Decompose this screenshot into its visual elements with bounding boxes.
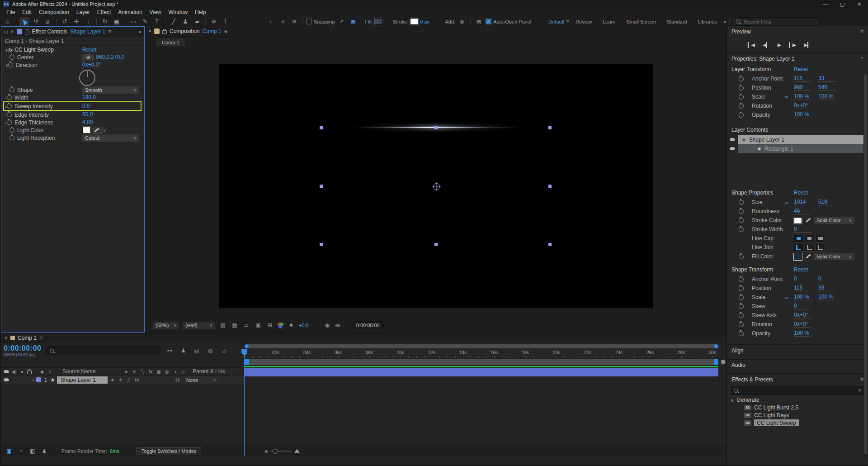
position-y-value[interactable]: 540 xyxy=(818,85,835,91)
workspace-menu-icon[interactable] xyxy=(566,19,569,25)
generate-category-row[interactable]: Generate xyxy=(727,396,868,404)
stopwatch-icon[interactable] xyxy=(739,322,744,327)
stopwatch-icon[interactable] xyxy=(739,313,744,318)
brush-tool-icon[interactable]: ╱ xyxy=(169,17,179,26)
world-axis-mode-icon[interactable]: ⊿ xyxy=(278,17,288,26)
next-frame-button[interactable]: ▎▶ xyxy=(789,42,796,48)
menu-help[interactable]: Help xyxy=(191,9,210,15)
direction-dial[interactable] xyxy=(79,70,95,86)
size-w-value[interactable]: 1014 xyxy=(794,199,811,205)
width-value[interactable]: 180,0 xyxy=(82,95,96,100)
show-snapshot-icon[interactable] xyxy=(335,324,340,327)
stopwatch-icon[interactable] xyxy=(7,104,12,109)
parent-link-dropdown[interactable]: None xyxy=(183,376,220,383)
magnification-dropdown[interactable]: (50%) xyxy=(153,322,179,329)
stopwatch-icon[interactable] xyxy=(7,112,12,117)
line-join-round-button[interactable] xyxy=(805,244,814,252)
graph-editor-icon[interactable]: ⊿ xyxy=(219,347,228,354)
effect-header-row[interactable]: fx CC Light Sweep Reset xyxy=(1,46,144,53)
dolly-camera-tool-icon[interactable]: ↕ xyxy=(83,17,93,26)
timeline-search-input[interactable] xyxy=(57,347,144,355)
menu-view[interactable]: View xyxy=(146,9,165,15)
stopwatch-icon[interactable] xyxy=(739,277,744,282)
properties-menu-icon[interactable] xyxy=(860,56,863,62)
snap-frame-icon[interactable]: ▦ xyxy=(349,17,359,26)
scale-y-value[interactable]: 100 % xyxy=(818,94,835,100)
effect-name[interactable]: CC Light Sweep xyxy=(14,47,54,53)
workspace-small-screen[interactable]: Small Screen xyxy=(622,19,660,24)
properties-panel-header[interactable]: Properties: Shape Layer 1 xyxy=(727,52,868,64)
resolution-dropdown[interactable]: (Half) xyxy=(183,322,215,329)
panel-bin-icon[interactable]: ▤ xyxy=(474,17,484,26)
switches-icon[interactable]: ◧ xyxy=(28,448,37,454)
handle-mid-left[interactable] xyxy=(320,185,323,188)
project-tab-truncated[interactable]: ct xyxy=(4,29,8,34)
stopwatch-icon[interactable] xyxy=(7,95,12,100)
viewer-tab-comp1[interactable]: Comp 1 xyxy=(156,38,185,46)
opacity-value[interactable]: 100 % xyxy=(794,112,811,118)
line-cap-round-button[interactable] xyxy=(794,235,803,243)
channel-color-icon[interactable] xyxy=(278,323,283,328)
light-reception-dropdown[interactable]: Cutout xyxy=(82,134,139,142)
layer-transform-reset[interactable]: Reset xyxy=(794,66,808,72)
fill-color-swatch[interactable] xyxy=(794,253,802,260)
layer-name[interactable]: Shape Layer 1 xyxy=(57,376,108,384)
menu-file[interactable]: File xyxy=(3,9,19,15)
anchor-y-value[interactable]: 33 xyxy=(818,76,835,82)
layer-label-color[interactable] xyxy=(36,377,41,382)
stopwatch-icon[interactable] xyxy=(9,87,14,92)
menu-effect[interactable]: Effect xyxy=(94,9,114,15)
stopwatch-icon[interactable] xyxy=(739,286,744,291)
expand-layer-icon[interactable] xyxy=(33,377,34,383)
line-cap-butt-button[interactable] xyxy=(805,235,814,243)
motion-blur-icon[interactable]: ◍ xyxy=(206,347,215,354)
stroke-mode-dropdown[interactable]: Solid Color xyxy=(814,217,854,224)
eyedropper-icon[interactable] xyxy=(805,253,811,260)
fill-color-swatch[interactable] xyxy=(375,18,383,25)
panel-menu-icon[interactable] xyxy=(39,335,42,341)
light-color-eyedropper[interactable] xyxy=(92,127,103,134)
st-scale-y[interactable]: 100 % xyxy=(818,294,835,300)
draft-3d-icon[interactable]: ◔ xyxy=(16,448,25,454)
timeline-tab-comp1[interactable]: Comp 1 xyxy=(18,335,37,341)
edge-thickness-value[interactable]: 4,00 xyxy=(82,119,93,125)
fill-mode-dropdown[interactable]: Solid Color xyxy=(814,253,854,260)
handle-mid-right[interactable] xyxy=(548,185,552,188)
center-value[interactable]: 960,0,270,0 xyxy=(96,54,124,60)
stroke-color-swatch[interactable] xyxy=(794,217,802,224)
line-cap-projecting-button[interactable] xyxy=(816,235,825,243)
stopwatch-icon[interactable] xyxy=(739,113,744,118)
play-button[interactable]: ▶ xyxy=(778,42,781,48)
zoom-tool-icon[interactable]: ⌀ xyxy=(43,17,53,26)
effect-item-light-burst[interactable]: 32 CC Light Burst 2.5 xyxy=(727,404,868,411)
rectangle-tool-icon[interactable]: ▭ xyxy=(128,17,138,26)
collapse-direction-icon[interactable] xyxy=(5,62,8,68)
close-tab-icon[interactable] xyxy=(5,335,8,341)
stroke-width-value[interactable]: 0 xyxy=(794,226,811,233)
preview-time[interactable]: 0:00:00:00 xyxy=(352,321,384,329)
close-button[interactable]: ✕ xyxy=(851,0,868,8)
type-tool-icon[interactable]: T xyxy=(152,17,162,26)
shape-dropdown[interactable]: Smooth xyxy=(82,86,139,94)
anchor-x-value[interactable]: 115 xyxy=(794,76,811,82)
menu-window[interactable]: Window xyxy=(165,9,191,15)
roundness-value[interactable]: 46 xyxy=(794,208,811,214)
camera-tool-icon[interactable]: ▣ xyxy=(112,17,122,26)
rotation-value[interactable]: 0x+0° xyxy=(794,103,811,109)
stopwatch-icon[interactable] xyxy=(9,135,14,140)
line-join-miter-button[interactable] xyxy=(794,244,803,252)
handle-top-center[interactable] xyxy=(434,126,438,129)
first-frame-button[interactable]: ▎◀ xyxy=(748,42,755,48)
stopwatch-icon[interactable] xyxy=(7,120,12,125)
sweep-intensity-value[interactable]: 0,0 xyxy=(82,103,90,109)
preview-menu-icon[interactable] xyxy=(860,29,863,35)
st-scale-x[interactable]: 100 % xyxy=(794,294,811,300)
audio-panel-header[interactable]: Audio xyxy=(727,359,868,371)
puppet-pin-tool-icon[interactable]: ⊺ xyxy=(221,17,231,26)
st-opacity-value[interactable]: 100 % xyxy=(794,330,811,337)
lock-icon[interactable] xyxy=(162,30,167,34)
home-icon[interactable]: ⌂ xyxy=(3,17,13,26)
preview-panel-header[interactable]: Preview xyxy=(727,26,868,37)
close-tab-icon[interactable] xyxy=(148,28,151,34)
layer-quality-switch[interactable]: ☀ xyxy=(118,377,124,382)
